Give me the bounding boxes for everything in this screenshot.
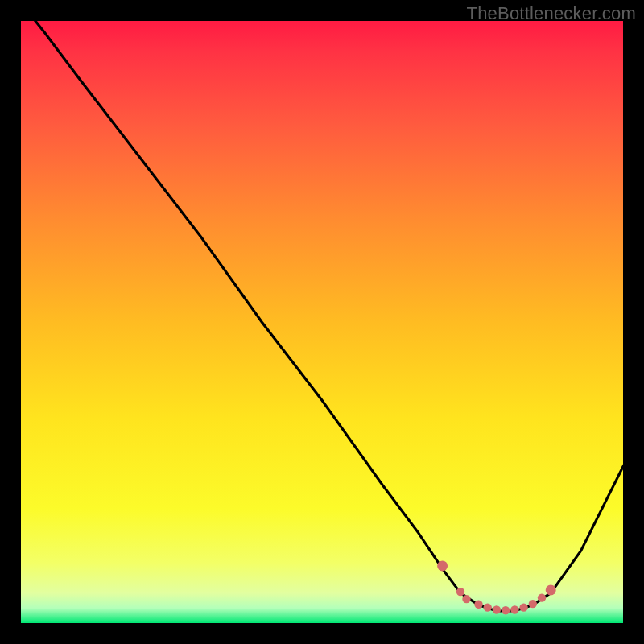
- curve-marker: [484, 603, 492, 611]
- curve-marker: [529, 600, 537, 608]
- curve-marker: [462, 595, 470, 603]
- bottleneck-curve: [21, 21, 623, 623]
- curve-marker: [510, 605, 518, 613]
- curve-marker: [456, 588, 464, 596]
- curve-marker: [437, 560, 448, 571]
- curve-marker: [493, 605, 501, 613]
- attribution-text: TheBottlenecker.com: [467, 3, 636, 24]
- curve-marker: [474, 601, 482, 609]
- curve-marker: [519, 603, 527, 611]
- curve-marker: [502, 606, 510, 614]
- chart-plot-area: [21, 21, 623, 623]
- curve-marker: [538, 593, 546, 601]
- curve-line: [21, 3, 623, 611]
- curve-marker: [546, 584, 556, 595]
